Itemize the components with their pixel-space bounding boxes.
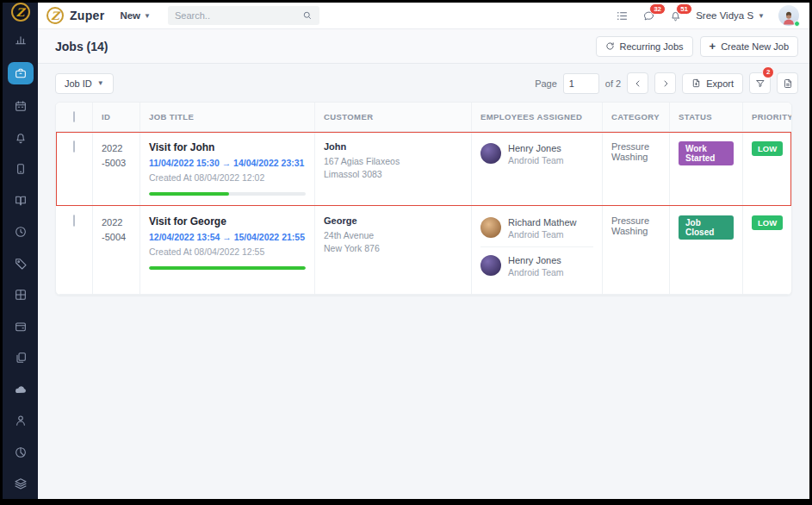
grid-icon	[14, 288, 28, 302]
row-checkbox[interactable]	[73, 215, 75, 227]
sidebar-logo[interactable]: Z	[3, 3, 38, 22]
status-cell: Work Started	[670, 132, 743, 205]
notifications-button[interactable]: 51	[669, 9, 682, 22]
filter-button[interactable]: 2	[749, 72, 771, 94]
col-header-status: STATUS	[670, 103, 743, 131]
page-title: Jobs (14)	[55, 40, 108, 53]
saved-views-button[interactable]	[777, 72, 798, 94]
user-avatar[interactable]	[778, 5, 799, 26]
employee-team: Android Team	[508, 229, 564, 240]
recurring-jobs-label: Recurring Jobs	[620, 41, 684, 52]
employee-name: Henry Jones	[508, 143, 564, 153]
priority-cell: LOW	[743, 206, 791, 294]
job-title[interactable]: Visit for George	[149, 215, 306, 228]
employee-avatar	[480, 143, 501, 164]
employee-avatar	[480, 217, 501, 238]
job-title-cell: Visit for John 11/04/2022 15:30 → 14/04/…	[140, 132, 315, 205]
row-checkbox[interactable]	[73, 140, 75, 153]
col-header-id: ID	[93, 103, 140, 131]
brand[interactable]: Z Zuper	[46, 7, 104, 24]
user-menu[interactable]: Sree Vidya S ▼	[696, 10, 765, 21]
chevron-right-icon	[660, 78, 671, 89]
status-badge: Job Closed	[679, 215, 734, 240]
messages-button[interactable]: 32	[642, 9, 655, 22]
global-search[interactable]	[168, 6, 319, 25]
job-progress-bar	[149, 266, 306, 270]
screen-frame: Z Z Zuper	[0, 0, 812, 505]
list-icon	[616, 9, 629, 22]
job-created-at: Created At 08/04/2022 12:02	[149, 172, 306, 183]
job-id: 2022-5004	[93, 206, 140, 294]
employee-entry: Henry Jones Android Team	[480, 246, 593, 284]
pie-chart-icon	[14, 446, 28, 459]
chevron-down-icon: ▼	[97, 79, 104, 87]
priority-badge: LOW	[752, 141, 783, 156]
employee-name: Richard Mathew	[508, 217, 576, 228]
sidebar-item-estimates[interactable]	[9, 285, 33, 304]
page-number-input[interactable]	[563, 73, 599, 94]
select-all-checkbox[interactable]	[73, 111, 75, 122]
create-new-job-button[interactable]: + Create New Job	[700, 36, 798, 57]
sidebar-item-service-territory[interactable]	[9, 191, 33, 210]
sidebar-item-teams[interactable]	[9, 411, 33, 430]
chevron-down-icon: ▼	[144, 12, 151, 20]
sidebar-item-pricing[interactable]	[9, 254, 33, 273]
sidebar-item-jobs[interactable]	[8, 62, 34, 84]
customer-address-1: 167 Agias Filaxeos	[324, 155, 462, 168]
customer-name: John	[324, 141, 462, 152]
new-dropdown-label: New	[120, 10, 140, 21]
customer-address-1: 24th Avenue	[324, 229, 462, 242]
job-id-filter-dropdown[interactable]: Job ID ▼	[55, 73, 114, 94]
search-input[interactable]	[175, 10, 302, 21]
category-cell: Pressure Washing	[603, 132, 670, 205]
export-button[interactable]: Export	[682, 73, 743, 94]
next-page-button[interactable]	[654, 72, 676, 94]
search-icon	[302, 10, 313, 21]
notifications-count-badge: 51	[676, 3, 692, 16]
bell-icon	[14, 131, 28, 145]
sidebar-item-customers[interactable]	[9, 128, 33, 147]
job-schedule: 11/04/2022 15:30 → 14/04/2022 23:31	[149, 158, 306, 168]
plus-icon: +	[710, 42, 716, 51]
brand-name: Zuper	[70, 9, 104, 22]
sidebar-item-integrations[interactable]	[9, 474, 33, 493]
book-icon	[14, 194, 28, 208]
page-total-label: of 2	[605, 78, 621, 89]
export-file-icon	[691, 78, 701, 88]
app-list-button[interactable]	[616, 9, 629, 22]
employee-entry: Richard Mathew Android Team	[480, 215, 593, 246]
priority-cell: LOW	[743, 132, 791, 205]
new-dropdown[interactable]: New ▼	[120, 10, 151, 21]
tag-icon	[14, 257, 28, 271]
tablet-icon	[14, 162, 28, 176]
job-created-at: Created At 08/04/2022 12:55	[149, 246, 306, 257]
sidebar-item-analytics[interactable]	[9, 443, 33, 462]
briefcase-icon	[14, 66, 28, 80]
employee-name: Henry Jones	[508, 255, 564, 265]
employee-team: Android Team	[508, 267, 564, 277]
sidebar-item-reports[interactable]	[9, 348, 33, 367]
copy-icon	[14, 351, 28, 365]
online-status-dot	[794, 21, 800, 27]
create-new-job-label: Create New Job	[721, 41, 789, 52]
job-schedule: 12/04/2022 13:54 → 15/04/2022 21:55	[149, 232, 306, 242]
prev-page-button[interactable]	[627, 72, 648, 94]
table-row[interactable]: 2022-5004 Visit for George 12/04/2022 13…	[56, 206, 791, 295]
chevron-down-icon: ▼	[758, 12, 765, 20]
recurring-jobs-button[interactable]: Recurring Jobs	[596, 36, 693, 57]
table-row[interactable]: 2022-5003 Visit for John 11/04/2022 15:3…	[56, 132, 791, 206]
funnel-icon	[755, 78, 766, 89]
sidebar-item-assets[interactable]	[9, 380, 33, 399]
sidebar-item-devices[interactable]	[9, 159, 33, 178]
status-cell: Job Closed	[670, 206, 743, 294]
export-label: Export	[706, 78, 734, 89]
employees-cell: Henry Jones Android Team	[472, 132, 603, 205]
employee-avatar	[480, 255, 501, 276]
sidebar-item-invoices[interactable]	[9, 317, 33, 336]
job-title[interactable]: Visit for John	[149, 141, 306, 153]
sidebar-item-dashboard[interactable]	[9, 30, 33, 49]
sidebar-item-dispatch-board[interactable]	[9, 97, 33, 115]
saved-view-icon	[783, 78, 793, 89]
sidebar-item-timesheets[interactable]	[9, 222, 33, 241]
job-title-cell: Visit for George 12/04/2022 13:54 → 15/0…	[140, 206, 315, 294]
